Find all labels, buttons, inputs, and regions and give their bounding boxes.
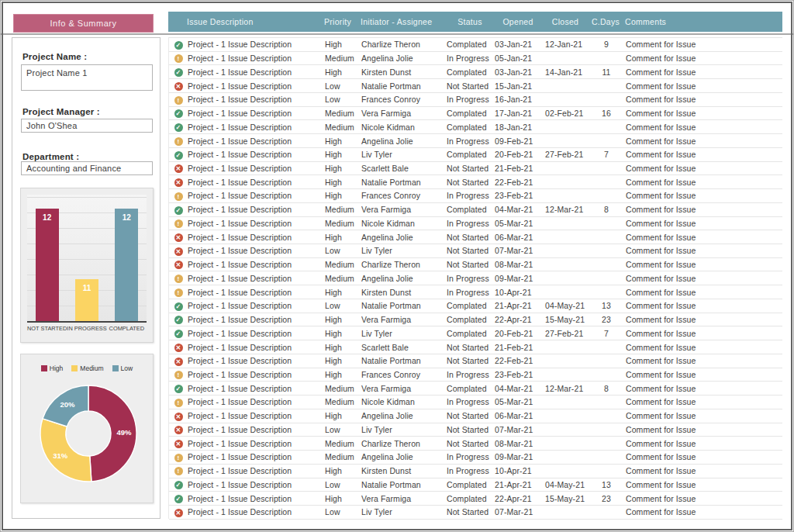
cell-comment[interactable]: Comment for Issue <box>623 178 782 187</box>
cell-issue-description[interactable]: Project - 1 Issue Description <box>188 301 321 310</box>
cell-comment[interactable]: Comment for Issue <box>623 81 782 91</box>
cell-status[interactable]: Complated <box>447 301 495 310</box>
cell-assignee[interactable]: Vera Farmiga <box>361 205 447 214</box>
cell-issue-description[interactable]: Project - 1 Issue Description <box>188 150 321 159</box>
cell-issue-description[interactable]: Project - 1 Issue Description <box>188 67 321 77</box>
cell-cdays[interactable]: 8 <box>589 205 623 214</box>
cell-assignee[interactable]: Charlize Theron <box>361 439 447 448</box>
cell-opened[interactable]: 21-Apr-21 <box>495 480 543 489</box>
table-row[interactable]: !Project - 1 Issue DescriptionHighFrance… <box>169 189 782 203</box>
cell-status[interactable]: Not Started <box>447 260 495 269</box>
cell-status[interactable]: Not Started <box>447 178 495 187</box>
cell-comment[interactable]: Comment for Issue <box>623 288 782 297</box>
cell-status[interactable]: In Progress <box>447 370 495 379</box>
cell-issue-description[interactable]: Project - 1 Issue Description <box>188 384 321 393</box>
cell-opened[interactable]: 16-Jan-21 <box>495 95 543 104</box>
cell-priority[interactable]: Low <box>321 81 361 91</box>
cell-issue-description[interactable]: Project - 1 Issue Description <box>188 274 321 283</box>
cell-status[interactable]: Not Started <box>447 507 495 516</box>
cell-comment[interactable]: Comment for Issue <box>623 397 782 406</box>
cell-priority[interactable]: Medium <box>321 109 361 118</box>
cell-assignee[interactable]: Angelina Jolie <box>361 274 447 283</box>
cell-priority[interactable]: Medium <box>321 397 361 406</box>
cell-issue-description[interactable]: Project - 1 Issue Description <box>188 329 321 338</box>
cell-status[interactable]: In Progress <box>447 274 495 283</box>
cell-assignee[interactable]: Frances Conroy <box>361 370 447 379</box>
cell-comment[interactable]: Comment for Issue <box>623 315 782 324</box>
cell-opened[interactable]: 09-Mar-21 <box>495 274 543 283</box>
cell-closed[interactable]: 27-Feb-21 <box>543 150 589 159</box>
cell-status[interactable]: Complated <box>447 205 495 214</box>
cell-opened[interactable]: 07-Mar-21 <box>495 246 543 255</box>
cell-assignee[interactable]: Natalie Portman <box>361 81 447 91</box>
cell-status[interactable]: Complated <box>447 315 495 324</box>
header-cdays[interactable]: C.Days <box>589 17 623 26</box>
table-row[interactable]: ✕Project - 1 Issue DescriptionMediumChar… <box>169 258 782 272</box>
cell-status[interactable]: In Progress <box>447 397 495 406</box>
cell-priority[interactable]: High <box>321 343 361 352</box>
cell-opened[interactable]: 05-Mar-21 <box>495 397 543 406</box>
cell-status[interactable]: Not Started <box>447 439 495 448</box>
cell-status[interactable]: Complated <box>447 123 495 132</box>
cell-issue-description[interactable]: Project - 1 Issue Description <box>188 191 321 200</box>
cell-opened[interactable]: 03-Jan-21 <box>495 40 543 49</box>
cell-comment[interactable]: Comment for Issue <box>623 343 782 352</box>
cell-cdays[interactable]: 8 <box>589 384 623 393</box>
cell-assignee[interactable]: Liv Tyler <box>361 246 447 255</box>
cell-comment[interactable]: Comment for Issue <box>623 494 782 503</box>
cell-comment[interactable]: Comment for Issue <box>623 425 782 434</box>
cell-comment[interactable]: Comment for Issue <box>623 191 782 200</box>
cell-priority[interactable]: High <box>321 164 361 173</box>
cell-issue-description[interactable]: Project - 1 Issue Description <box>188 466 321 475</box>
cell-issue-description[interactable]: Project - 1 Issue Description <box>188 315 321 324</box>
cell-priority[interactable]: High <box>321 288 361 297</box>
header-closed[interactable]: Closed <box>542 17 589 26</box>
cell-issue-description[interactable]: Project - 1 Issue Description <box>188 109 321 118</box>
cell-closed[interactable]: 27-Feb-21 <box>543 329 589 338</box>
cell-opened[interactable]: 23-Feb-21 <box>495 191 543 200</box>
cell-priority[interactable]: High <box>321 466 361 475</box>
cell-opened[interactable]: 22-Feb-21 <box>495 178 543 187</box>
cell-opened[interactable]: 20-Feb-21 <box>495 329 543 338</box>
cell-opened[interactable]: 07-Mar-21 <box>495 507 543 516</box>
cell-priority[interactable]: High <box>321 315 361 324</box>
cell-assignee[interactable]: Natalie Portman <box>361 356 447 365</box>
cell-cdays[interactable]: 13 <box>589 480 623 489</box>
cell-comment[interactable]: Comment for Issue <box>623 480 782 489</box>
cell-opened[interactable]: 04-Mar-21 <box>495 384 543 393</box>
cell-issue-description[interactable]: Project - 1 Issue Description <box>188 507 321 516</box>
cell-opened[interactable]: 03-Jan-21 <box>495 67 543 77</box>
cell-priority[interactable]: Low <box>321 301 361 310</box>
cell-comment[interactable]: Comment for Issue <box>623 260 782 269</box>
cell-closed[interactable]: 02-Feb-21 <box>543 109 589 118</box>
header-initiator-assignee[interactable]: Initiator - Assignee <box>361 17 446 26</box>
cell-priority[interactable]: Low <box>321 507 361 516</box>
cell-assignee[interactable]: Liv Tyler <box>361 150 447 159</box>
cell-comment[interactable]: Comment for Issue <box>623 123 782 132</box>
cell-issue-description[interactable]: Project - 1 Issue Description <box>188 480 321 489</box>
cell-status[interactable]: Complated <box>447 384 495 393</box>
cell-opened[interactable]: 10-Apr-21 <box>495 288 543 297</box>
cell-closed[interactable]: 04-May-21 <box>543 301 589 310</box>
cell-priority[interactable]: Low <box>321 480 361 489</box>
cell-priority[interactable]: High <box>321 191 361 200</box>
cell-priority[interactable]: Medium <box>321 123 361 132</box>
table-row[interactable]: !Project - 1 Issue DescriptionHighAngeli… <box>169 134 782 148</box>
table-row[interactable]: ✕Project - 1 Issue DescriptionMediumChar… <box>169 437 782 451</box>
cell-assignee[interactable]: Natalie Portman <box>361 301 447 310</box>
cell-status[interactable]: Complated <box>447 480 495 489</box>
table-row[interactable]: !Project - 1 Issue DescriptionHighKirste… <box>169 285 782 299</box>
cell-issue-description[interactable]: Project - 1 Issue Description <box>188 356 321 365</box>
cell-issue-description[interactable]: Project - 1 Issue Description <box>188 54 321 63</box>
cell-priority[interactable]: High <box>321 233 361 242</box>
cell-status[interactable]: Complated <box>447 40 495 49</box>
cell-cdays[interactable]: 23 <box>589 315 623 324</box>
cell-closed[interactable]: 12-Mar-21 <box>543 205 589 214</box>
cell-assignee[interactable]: Charlize Theron <box>361 260 447 269</box>
table-row[interactable]: ✓Project - 1 Issue DescriptionHighKirste… <box>169 65 782 79</box>
cell-opened[interactable]: 04-Mar-21 <box>495 205 543 214</box>
cell-status[interactable]: In Progress <box>447 191 495 200</box>
cell-priority[interactable]: Medium <box>321 274 361 283</box>
cell-assignee[interactable]: Liv Tyler <box>361 329 447 338</box>
table-row[interactable]: ✕Project - 1 Issue DescriptionLowNatalie… <box>169 79 782 93</box>
